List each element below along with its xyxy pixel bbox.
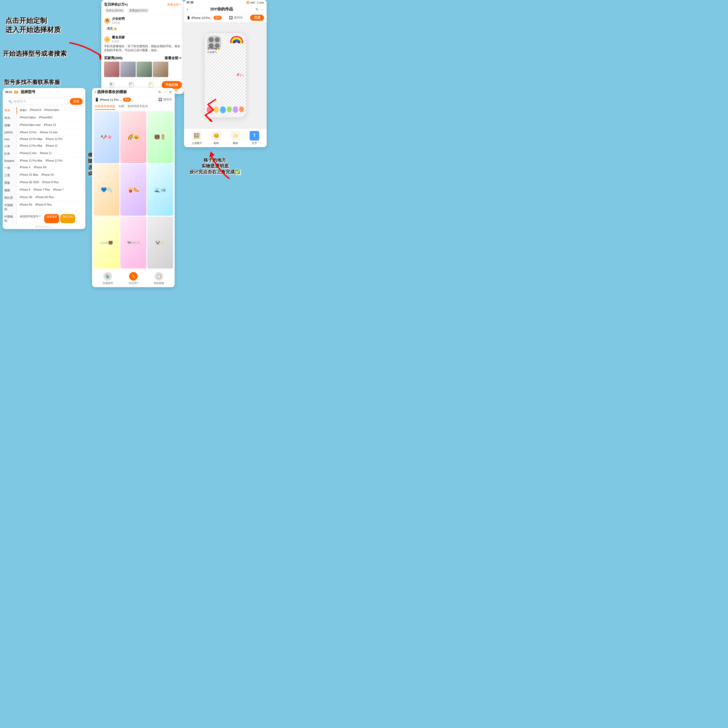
refresh-icon[interactable]: ↻ [158, 90, 161, 94]
tab-celebrity[interactable]: 各种明星手机壳 [127, 104, 148, 110]
model-item[interactable]: iPhone 11 [39, 151, 53, 156]
tag-quality[interactable]: 质量超好(202) [127, 8, 150, 13]
see-all-reviews[interactable]: 查看全部 > [167, 3, 181, 7]
model-item[interactable]: iPhone 7 Plus [32, 188, 51, 193]
diy-refresh-icon[interactable]: ↻ [255, 7, 258, 11]
brand-huawei[interactable]: 华为 [3, 115, 17, 122]
model-header: 06:51 📶 ‹ 选择型号 [3, 88, 85, 96]
brand-cmcc[interactable]: 中国移动 [3, 202, 17, 213]
template-item-2[interactable]: 🌈🐱 [120, 111, 146, 163]
model-item[interactable]: iPhone 6 Plus [34, 203, 53, 212]
model-item[interactable]: iPhone 8 [19, 188, 31, 193]
cs-button[interactable]: 请客服帮 [44, 214, 59, 223]
model-item[interactable]: iPhone14plus [19, 115, 37, 121]
model-item[interactable]: iPhone 13 [43, 123, 57, 128]
more-icon[interactable]: ··· [164, 90, 167, 94]
complete-button[interactable]: 完成 [250, 15, 264, 21]
model-item[interactable]: iPhone 11 Pro Max [19, 159, 43, 163]
oppo-models: iPhone 13 Pro iPhone 13 mini [17, 129, 85, 136]
model-item[interactable]: iPhone 7 [52, 188, 64, 193]
model-item[interactable]: iPhone14 [29, 108, 42, 113]
model-item[interactable]: iPhone 13 Pro [19, 130, 38, 135]
template-item-8[interactable]: 🐄NICE [120, 217, 146, 269]
update-device-button[interactable]: 更换 [123, 98, 131, 102]
diy-back-icon[interactable]: ‹ [187, 7, 188, 12]
brand-vivo[interactable]: vivo [3, 136, 17, 142]
brand-samsung[interactable]: 三星 [3, 172, 17, 179]
brand-row-nubia: 努比亚 iPhone SE iPhone 6S Plus [3, 194, 85, 202]
system-template-item[interactable]: 📋 系统模板 [154, 272, 164, 285]
tag-value[interactable]: 性价比高(56) [104, 8, 125, 13]
brand-oppo[interactable]: OPPO [3, 129, 17, 136]
diy-item[interactable]: ✏️ 自主DIY [128, 272, 138, 285]
model-item[interactable]: iPhone 13 mini [39, 130, 58, 135]
review-user-1: 👩 少女好穷 29天前 [104, 17, 181, 25]
text-tool[interactable]: T 文字 [249, 131, 259, 145]
template-item-6[interactable]: 🌊🐋 [147, 164, 173, 216]
brand-honor[interactable]: 荣耀 [3, 122, 17, 129]
satisfaction: 满意👍 [104, 26, 181, 32]
model-item[interactable]: iPhone14pro max [19, 123, 41, 128]
custom-button[interactable]: 通过定制 [60, 214, 75, 223]
model-item[interactable]: iPhone 6S [19, 203, 33, 212]
brand-apple[interactable]: 苹果 [3, 107, 17, 114]
camera-lens-2 [215, 37, 220, 43]
model-item[interactable]: iPhone XS [40, 173, 55, 178]
template-item-9[interactable]: 🐼✨ [147, 217, 173, 269]
model-item[interactable]: iPhone XS Max [19, 173, 39, 178]
tab-store-recommend[interactable]: 店家推荐新模板 [95, 104, 115, 110]
avatar-1: 👩 [104, 18, 110, 24]
model-item[interactable]: iPhone14pro [43, 108, 61, 113]
model-item[interactable]: iPhone SE [19, 195, 33, 200]
template-item-4[interactable]: 💙🫧 [93, 164, 119, 216]
model-item[interactable]: iPhone SE 2020 [19, 180, 40, 185]
diy-canvas[interactable]: 立个Flag🐱 不发脾气 爱了！ [184, 22, 267, 128]
brand-meizu[interactable]: 魅族 [3, 187, 17, 194]
close-icon[interactable]: ✕ [169, 90, 172, 94]
model-item[interactable]: iPhone 11 Pro [44, 159, 63, 163]
camera-lens-1 [208, 37, 214, 43]
model-item[interactable]: iPhone 13 Pro Max [19, 137, 43, 141]
sticker-tool[interactable]: 😊 贴纸 [211, 131, 221, 145]
model-item[interactable]: iPhone12 mini [19, 151, 38, 156]
see-all-buyer[interactable]: 查看全部 > [165, 56, 181, 61]
model-item[interactable]: iPhone 12 Pro Max [19, 144, 43, 149]
brand-oneplus[interactable]: 一加 [3, 164, 17, 171]
material-tool[interactable]: ✨ 素材 [231, 131, 240, 145]
review-text-2: 手机壳质量很好，买了软壳透明的，很贴合我的手机。喜欢定制的手机壳。可以自己设计图… [104, 44, 181, 52]
brand-realme[interactable]: Realme [3, 158, 17, 164]
template-item-5[interactable]: 🍟🌭 [120, 164, 146, 216]
model-item[interactable]: iPhone 8 Plus [41, 180, 60, 185]
brand-row-ctcc: 中国电信 未找到手机型号？ 请客服帮 通过定制 [3, 213, 85, 225]
brand-xiaomi[interactable]: 小米 [3, 143, 17, 150]
brand-ctcc[interactable]: 中国电信 [3, 213, 17, 224]
model-item[interactable]: 苹果4 [19, 108, 28, 113]
tab-full-image[interactable]: 全图 [118, 104, 124, 110]
diy-title: DIY你的作品 [190, 7, 254, 12]
template-item-7[interactable]: Love🐻 [93, 217, 119, 269]
model-item[interactable]: iPhone 6S Plus [34, 195, 55, 200]
model-item[interactable]: iPhone 12 [44, 144, 59, 149]
model-item[interactable]: iPhone 12 Pro [44, 137, 63, 141]
model-item[interactable]: iPhoneSE3 [38, 115, 54, 121]
diy-update-button[interactable]: 更换 [214, 16, 222, 20]
start-custom-button[interactable]: 开始定制 [162, 81, 182, 89]
diy-more-icon[interactable]: ··· [261, 7, 264, 11]
template-item-3[interactable]: 🐻🌷 [147, 111, 173, 163]
brand-redmi[interactable]: 红米 [3, 150, 17, 158]
search-icon: 🔍 [8, 100, 12, 104]
brand-blackshark[interactable]: 黑鲨 [3, 179, 17, 187]
model-item[interactable]: iPhone XR [33, 165, 48, 170]
model-item[interactable]: iPhone X [19, 165, 32, 170]
template-back-icon[interactable]: ‹ [95, 90, 96, 95]
balloon-green [227, 106, 232, 112]
template-item-1[interactable]: 🐶🌸 [93, 111, 119, 163]
review-title: 宝贝评价(2万+) [104, 2, 127, 7]
template-device-row: 📱 iPhone 11 Pro ... 更换 🔲 透明壳 [92, 96, 175, 103]
brand-nubia[interactable]: 努比亚 [3, 194, 17, 201]
search-button[interactable]: 搜索 [70, 98, 83, 105]
upload-tool[interactable]: 🖼️ 上传图片 [191, 131, 202, 145]
sticker-icon: 😊 [211, 131, 221, 141]
model-back-icon[interactable]: ‹ [17, 90, 18, 95]
store-recommend-item[interactable]: 🏪 店铺推荐 [102, 272, 113, 285]
